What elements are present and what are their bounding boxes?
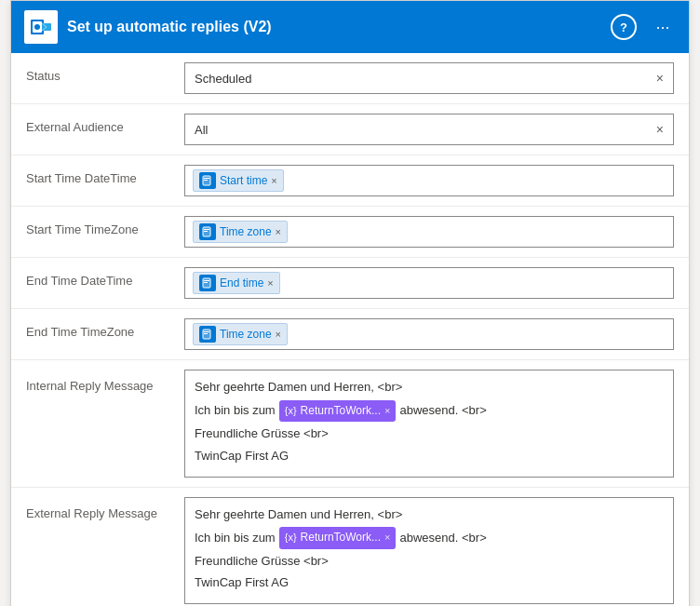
- external-reply-line3: Freundliche Grüsse <br>: [195, 552, 664, 572]
- start-time-timezone-label: Start Time TimeZone: [26, 216, 184, 236]
- internal-reply-text1: Sehr geehrte Damen und Herren, <br>: [195, 378, 402, 397]
- internal-reply-input[interactable]: Sehr geehrte Damen und Herren, <br> Ich …: [184, 370, 674, 478]
- external-reply-token-label: ReturnToWork...: [301, 529, 381, 546]
- svg-rect-7: [204, 180, 208, 181]
- start-time-token: Start time ×: [193, 169, 284, 192]
- internal-reply-line3: Freundliche Grüsse <br>: [195, 424, 664, 444]
- internal-reply-post: abwesend. <br>: [399, 401, 486, 421]
- external-reply-post: abwesend. <br>: [399, 529, 486, 548]
- external-audience-text: All: [195, 123, 208, 137]
- internal-reply-line1: Sehr geehrte Damen und Herren, <br>: [195, 378, 664, 397]
- svg-point-2: [34, 24, 40, 30]
- internal-reply-text4: TwinCap First AG: [195, 447, 289, 466]
- internal-reply-token: {x} ReturnToWork... ×: [279, 400, 397, 422]
- external-audience-clear-button[interactable]: ×: [656, 122, 664, 137]
- more-button[interactable]: ···: [650, 14, 676, 40]
- external-reply-text4: TwinCap First AG: [195, 573, 289, 593]
- internal-reply-token-label: ReturnToWork...: [301, 402, 381, 420]
- start-time-tz-token-icon: [199, 223, 216, 240]
- end-time-token-remove[interactable]: ×: [267, 278, 273, 289]
- external-audience-label: External Audience: [26, 114, 184, 134]
- internal-reply-line2: Ich bin bis zum {x} ReturnToWork... × ab…: [195, 400, 664, 422]
- help-button[interactable]: ?: [611, 14, 637, 40]
- external-reply-text1: Sehr geehrte Damen und Herren, <br>: [195, 505, 402, 525]
- external-reply-line2: Ich bin bis zum {x} ReturnToWork... × ab…: [195, 527, 664, 548]
- start-time-tz-token-remove[interactable]: ×: [276, 227, 281, 237]
- svg-rect-10: [204, 229, 209, 230]
- end-time-timezone-label: End Time TimeZone: [26, 318, 184, 339]
- start-time-datetime-label: Start Time DateTime: [26, 165, 184, 185]
- external-reply-field-value: Sehr geehrte Damen und Herren, <br> Ich …: [184, 497, 674, 605]
- start-time-timezone-input[interactable]: Time zone ×: [184, 216, 674, 248]
- start-time-datetime-input[interactable]: Start time ×: [184, 165, 674, 196]
- card: Set up automatic replies (V2) ? ··· Stat…: [10, 0, 690, 606]
- end-time-tz-token-icon: [199, 326, 216, 343]
- end-time-datetime-field-value: End time ×: [184, 267, 674, 299]
- end-time-datetime-row: End Time DateTime End time: [11, 258, 689, 309]
- end-time-tz-token-remove[interactable]: ×: [276, 330, 281, 340]
- start-time-tz-token-label: Time zone: [220, 225, 272, 238]
- svg-rect-19: [204, 333, 208, 334]
- external-reply-line4: TwinCap First AG: [195, 573, 664, 593]
- end-time-tz-token: Time zone ×: [193, 323, 288, 345]
- end-time-datetime-input[interactable]: End time ×: [184, 267, 674, 299]
- end-time-token-icon: [199, 275, 216, 291]
- internal-reply-token-icon: {x}: [285, 403, 297, 420]
- end-time-token-label: End time: [220, 276, 263, 290]
- external-reply-row: External Reply Message Sehr geehrte Dame…: [11, 488, 689, 606]
- external-reply-input[interactable]: Sehr geehrte Damen und Herren, <br> Ich …: [184, 497, 674, 605]
- start-time-token-icon: [199, 172, 216, 189]
- status-label: Status: [26, 62, 184, 83]
- start-time-datetime-field-value: Start time ×: [184, 165, 674, 196]
- svg-rect-6: [204, 178, 209, 179]
- svg-rect-11: [204, 231, 208, 232]
- card-title: Set up automatic replies (V2): [67, 19, 272, 35]
- start-time-timezone-row: Start Time TimeZone Time zone: [11, 207, 689, 258]
- internal-reply-label: Internal Reply Message: [26, 370, 184, 393]
- internal-reply-row: Internal Reply Message Sehr geehrte Dame…: [11, 360, 689, 488]
- card-body: Status Scheduled × External Audience All…: [11, 53, 689, 606]
- external-reply-token: {x} ReturnToWork... ×: [279, 527, 397, 548]
- external-audience-field-value: All ×: [184, 114, 674, 145]
- start-time-token-remove[interactable]: ×: [271, 176, 276, 186]
- internal-reply-text3: Freundliche Grüsse <br>: [195, 424, 329, 444]
- status-select[interactable]: Scheduled ×: [184, 62, 674, 94]
- outlook-icon: [24, 10, 58, 44]
- end-time-datetime-label: End Time DateTime: [26, 267, 184, 288]
- status-text: Scheduled: [195, 72, 251, 86]
- end-time-timezone-row: End Time TimeZone Time zone: [11, 309, 689, 360]
- internal-reply-field-value: Sehr geehrte Damen und Herren, <br> Ich …: [184, 370, 674, 478]
- header-left: Set up automatic replies (V2): [24, 10, 272, 44]
- end-time-token: End time ×: [193, 272, 280, 294]
- card-header: Set up automatic replies (V2) ? ···: [11, 1, 689, 53]
- end-time-timezone-input[interactable]: Time zone ×: [184, 318, 674, 350]
- internal-reply-pre: Ich bin bis zum: [195, 401, 276, 421]
- end-time-timezone-field-value: Time zone ×: [184, 318, 674, 350]
- start-time-timezone-field-value: Time zone ×: [184, 216, 674, 248]
- status-clear-button[interactable]: ×: [656, 71, 664, 86]
- external-reply-token-remove[interactable]: ×: [384, 532, 390, 543]
- external-reply-pre: Ich bin bis zum: [195, 529, 276, 548]
- status-row: Status Scheduled ×: [11, 53, 689, 104]
- header-right: ? ···: [611, 14, 676, 40]
- status-field-value: Scheduled ×: [184, 62, 674, 94]
- start-time-token-label: Start time: [220, 174, 267, 187]
- external-reply-label: External Reply Message: [26, 497, 184, 520]
- external-audience-row: External Audience All ×: [11, 104, 689, 155]
- start-time-datetime-row: Start Time DateTime Start time: [11, 155, 689, 207]
- svg-rect-14: [204, 280, 209, 281]
- internal-reply-token-remove[interactable]: ×: [384, 406, 390, 416]
- svg-rect-15: [204, 282, 208, 283]
- external-reply-text3: Freundliche Grüsse <br>: [195, 552, 329, 572]
- external-reply-token-icon: {x}: [285, 530, 297, 546]
- end-time-tz-token-label: Time zone: [220, 328, 272, 341]
- svg-rect-18: [204, 331, 209, 332]
- external-reply-line1: Sehr geehrte Damen und Herren, <br>: [195, 505, 664, 525]
- start-time-tz-token: Time zone ×: [193, 221, 288, 243]
- internal-reply-line4: TwinCap First AG: [195, 447, 664, 466]
- external-audience-select[interactable]: All ×: [184, 114, 674, 145]
